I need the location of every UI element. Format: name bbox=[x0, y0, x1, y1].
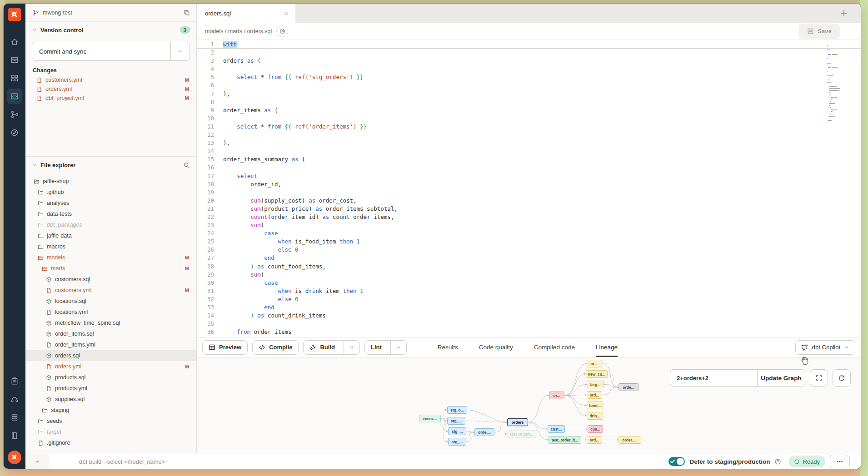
minimap[interactable] bbox=[827, 42, 857, 121]
build-button[interactable]: Build bbox=[303, 340, 360, 355]
lineage-node-y4[interactable]: ord... bbox=[587, 391, 602, 399]
line-number: 12 bbox=[197, 131, 223, 139]
tree-item-models[interactable]: modelsM bbox=[25, 252, 196, 263]
lineage-node-y3[interactable]: larg... bbox=[587, 381, 604, 388]
tree-item-order_items.sql[interactable]: order_items.sql bbox=[25, 328, 196, 339]
tab-lineage[interactable]: Lineage bbox=[596, 337, 618, 357]
search-icon[interactable] bbox=[183, 162, 190, 169]
lineage-filter-input[interactable]: 2+orders+2 bbox=[670, 369, 757, 387]
code-editor[interactable]: 1with23orders as (45 select * from {{ re… bbox=[197, 40, 861, 337]
lineage-node-stg4[interactable]: stg_... bbox=[448, 438, 466, 446]
tree-item-target[interactable]: target bbox=[25, 426, 196, 437]
tree-item-jaffle-data[interactable]: jaffle-data bbox=[25, 230, 196, 241]
tree-item-macros[interactable]: macros bbox=[25, 241, 196, 252]
tree-item-data-tests[interactable]: data-tests bbox=[25, 208, 196, 219]
develop-icon[interactable] bbox=[7, 89, 22, 104]
dbt-copilot-button[interactable]: dbt Copilot bbox=[795, 340, 855, 355]
tree-item-.gitignore[interactable]: .gitignore bbox=[25, 437, 196, 448]
tree-item-locations.yml[interactable]: locations.yml bbox=[25, 307, 196, 317]
close-icon[interactable] bbox=[283, 10, 289, 16]
tree-item-products.sql[interactable]: products.sql bbox=[25, 372, 196, 383]
lineage-node-stg1[interactable]: stg_o... bbox=[447, 406, 467, 414]
layers-icon[interactable] bbox=[7, 410, 22, 425]
expand-command-bar-button[interactable] bbox=[25, 454, 49, 469]
version-control-header[interactable]: Version control 3 bbox=[25, 22, 196, 38]
compile-button[interactable]: Compile bbox=[252, 340, 299, 355]
status-right: Defer to staging/production Ready bbox=[668, 455, 861, 468]
tree-item-customers.sql[interactable]: customers.sql bbox=[25, 274, 196, 285]
help-icon[interactable] bbox=[774, 458, 781, 465]
dbt-logo-icon[interactable] bbox=[8, 8, 21, 21]
tree-item-jaffle-shop[interactable]: jaffle-shop bbox=[25, 176, 196, 187]
tree-item-staging[interactable]: staging bbox=[25, 405, 196, 416]
compass-icon[interactable] bbox=[7, 125, 22, 140]
command-input[interactable]: dbt build --select <model_name> bbox=[49, 458, 668, 465]
lineage-node-orders[interactable]: orders bbox=[507, 418, 528, 426]
lineage-node-oi[interactable]: orde.... bbox=[474, 428, 494, 436]
book-icon[interactable] bbox=[7, 428, 22, 443]
home-icon[interactable] bbox=[7, 34, 22, 50]
lineage-node-ecom[interactable]: ecom.... bbox=[419, 415, 441, 422]
lineage-node-y5[interactable]: food... bbox=[587, 402, 603, 409]
lint-options-chevron[interactable] bbox=[390, 341, 406, 354]
archive-icon[interactable] bbox=[7, 52, 22, 68]
new-tab-button[interactable] bbox=[834, 4, 853, 23]
code-line-22: 22 count(order_item_id) as count_order_i… bbox=[197, 213, 861, 221]
lineage-node-y1[interactable]: or.... bbox=[587, 360, 602, 367]
lineage-node-gray[interactable]: orde... bbox=[619, 383, 639, 391]
clipboard-icon[interactable] bbox=[7, 373, 22, 389]
tree-item-metricflow_time_spine.sql[interactable]: metricflow_time_spine.sql bbox=[25, 317, 196, 328]
tree-item-products.yml[interactable]: products.yml bbox=[25, 383, 196, 394]
commit-and-sync-button[interactable]: Commit and sync bbox=[32, 42, 190, 61]
more-options-button[interactable] bbox=[830, 455, 850, 468]
lineage-node-stg2[interactable]: stg_... bbox=[447, 417, 465, 425]
lineage-node-cust[interactable]: cust... bbox=[548, 425, 565, 433]
open-in-graph-icon[interactable] bbox=[276, 25, 288, 37]
tree-item-orders.yml[interactable]: orders.ymlM bbox=[25, 361, 196, 372]
lineage-node-y2[interactable]: new_cu... bbox=[586, 370, 608, 378]
lineage-node-stg3[interactable]: stg_... bbox=[448, 427, 466, 435]
file-icon bbox=[36, 95, 42, 101]
defer-toggle[interactable] bbox=[668, 457, 685, 466]
tree-item-locations.sql[interactable]: locations.sql bbox=[25, 296, 196, 307]
update-graph-button[interactable]: Update Graph bbox=[757, 369, 805, 387]
tree-item-order_items.yml[interactable]: order_items.yml bbox=[25, 339, 196, 350]
tree-item-analyses[interactable]: analyses bbox=[25, 198, 196, 208]
tab-code-quality[interactable]: Code quality bbox=[479, 337, 513, 357]
branch-row[interactable]: mwong-test bbox=[25, 4, 196, 22]
save-button[interactable]: Save bbox=[799, 24, 840, 39]
headset-icon[interactable] bbox=[7, 392, 22, 407]
tab-results[interactable]: Results bbox=[438, 337, 458, 357]
tree-item-supplies.sql[interactable]: supplies.sql bbox=[25, 394, 196, 405]
merge-icon[interactable] bbox=[7, 107, 22, 122]
tree-item-customers.yml[interactable]: customers.ymlM bbox=[25, 285, 196, 296]
preview-button[interactable]: Preview bbox=[202, 340, 248, 355]
file-explorer-header[interactable]: File explorer bbox=[25, 157, 196, 173]
changed-file-orders.yml[interactable]: orders.yml M bbox=[25, 84, 196, 94]
fullscreen-button[interactable] bbox=[810, 369, 828, 387]
lineage-node-y6[interactable]: drin... bbox=[587, 412, 603, 420]
tab-compiled-code[interactable]: Compiled code bbox=[534, 337, 575, 357]
commit-and-sync-label: Commit and sync bbox=[32, 48, 170, 55]
lineage-node-y7[interactable]: ord... bbox=[587, 436, 602, 444]
lineage-node-orp[interactable]: or... bbox=[549, 392, 564, 399]
lineage-node-toi[interactable]: test_order_it... bbox=[549, 436, 581, 444]
grid-icon[interactable] bbox=[7, 70, 22, 86]
lineage-node-cusp[interactable]: cus... bbox=[588, 425, 603, 433]
changed-file-customers.yml[interactable]: customers.yml M bbox=[25, 75, 196, 84]
lineage-node-y8[interactable]: order_... bbox=[619, 436, 641, 444]
tree-item-orders.sql[interactable]: orders.sql bbox=[25, 350, 196, 361]
lineage-node-ts[interactable]: test_supply... bbox=[507, 430, 537, 438]
changed-file-dbt_project.yml[interactable]: dbt_project.yml M bbox=[25, 94, 196, 103]
lint-button[interactable]: Lint bbox=[364, 340, 407, 355]
refresh-button[interactable] bbox=[833, 369, 851, 387]
tree-item-dbt_packages[interactable]: dbt_packages bbox=[25, 219, 196, 230]
tab-orders-sql[interactable]: orders.sql bbox=[197, 4, 295, 23]
user-avatar[interactable] bbox=[8, 451, 21, 464]
build-options-chevron[interactable] bbox=[344, 341, 359, 354]
tree-item-marts[interactable]: martsM bbox=[25, 263, 196, 274]
copy-icon[interactable] bbox=[184, 10, 190, 16]
commit-options-chevron[interactable] bbox=[170, 42, 190, 60]
tree-item-.github[interactable]: .github bbox=[25, 187, 196, 198]
tree-item-seeds[interactable]: seeds bbox=[25, 416, 196, 426]
